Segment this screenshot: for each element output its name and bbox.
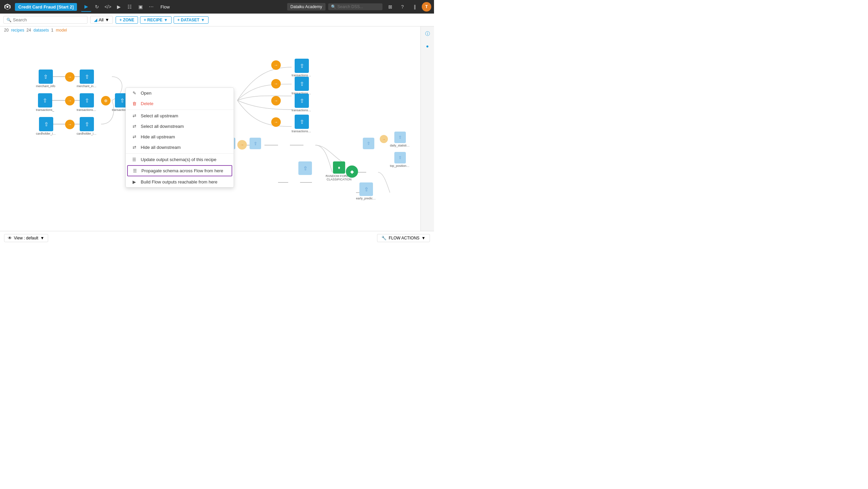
menu-item-select-upstream[interactable]: ⇄ Select all upstream (126, 111, 234, 121)
menu-item-hide-upstream[interactable]: ⇄ Hide all upstream (126, 132, 234, 142)
join-icon: ⊕ (104, 98, 107, 103)
menu-hide-upstream-label: Hide all upstream (141, 134, 175, 139)
arrow-icon: → (274, 63, 278, 67)
join-recipe-node[interactable]: ⊕ (101, 96, 111, 105)
svg-point-2 (6, 6, 8, 8)
add-dataset-button[interactable]: + DATASET ▼ (174, 16, 209, 24)
recipe-arrow-1[interactable]: → (65, 72, 75, 82)
add-zone-button[interactable]: + ZONE (116, 16, 138, 24)
menu-divider-2 (126, 153, 234, 154)
right-faded-3[interactable]: ⇧ daily_statistics_tmp (390, 132, 410, 147)
recipes-link[interactable]: recipes (11, 28, 24, 33)
flow-search-input[interactable] (13, 17, 84, 22)
code-nav-icon[interactable]: </> (103, 2, 113, 12)
right-faded-4[interactable]: ⇧ top_positions_and_rank (390, 152, 410, 168)
cardholder-info-copy-node[interactable]: ⇧ cardholder_info_copy (77, 117, 97, 135)
flow-nav-icon[interactable]: ▶ (81, 2, 91, 12)
right-faded-1[interactable]: ⇧ (363, 138, 374, 149)
info-icon[interactable]: ⓘ (423, 29, 432, 39)
add-recipe-button[interactable]: + RECIPE ▼ (140, 16, 172, 24)
models-link[interactable]: model (56, 28, 67, 33)
list-icon: ☰ (131, 157, 137, 162)
menu-item-build-flow[interactable]: ▶ Build Flow outputs reachable from here (126, 177, 234, 187)
right-faded-2[interactable]: → (380, 135, 388, 143)
navbar: Credit Card Fraud [Start 2] ▶ ↻ </> ▶ ☷ … (0, 0, 434, 14)
node-label: early_predictions (356, 197, 376, 200)
transactions-copy-node[interactable]: ⇧ transactions_copy (77, 93, 97, 112)
grid-icon[interactable]: ⊠ (385, 2, 395, 12)
app-logo[interactable] (3, 2, 12, 12)
help-icon[interactable]: ? (397, 2, 408, 12)
arrow-icon: → (240, 142, 244, 147)
analytics-icon[interactable]: ∥ (410, 2, 420, 12)
project-name[interactable]: Credit Card Fraud [Start 2] (15, 3, 77, 11)
transactions-cumulative-sums-node[interactable]: ⇧ transactions_cumulative_sums (292, 59, 312, 77)
hide-down-icon: ⇄ (131, 145, 137, 150)
recipe-arrow-2[interactable]: → (65, 96, 75, 105)
menu-propagate-label: Propagate schema across Flow from here (141, 168, 223, 173)
node-label: merchant_info_copy (77, 84, 97, 88)
model-icon: ♦ (338, 165, 340, 170)
refresh-nav-icon[interactable]: ↻ (92, 2, 102, 12)
transactions-prepared-node[interactable]: ⇧ (298, 161, 312, 175)
dataset-icon: ⇧ (85, 97, 89, 104)
avatar[interactable]: T (422, 2, 431, 12)
datasets-count: 24 (26, 28, 31, 33)
play-icon: ▶ (131, 179, 137, 184)
menu-item-hide-downstream[interactable]: ⇄ Hide all downstream (126, 142, 234, 153)
flow-actions-button[interactable]: 🔧 FLOW ACTIONS ▼ (377, 234, 430, 242)
arrow-icon: → (274, 81, 278, 86)
actions-chevron-icon: ▼ (421, 236, 426, 240)
menu-item-update-schema[interactable]: ☰ Update output schema(s) of this recipe (126, 154, 234, 165)
menu-hide-downstream-label: Hide all downstream (141, 145, 181, 150)
menu-select-downstream-label: Select all downstream (141, 124, 184, 129)
global-search-input[interactable] (337, 4, 380, 9)
node-label: cardholder_info_copy (77, 132, 97, 135)
menu-item-select-downstream[interactable]: ⇄ Select all downstream (126, 121, 234, 132)
arrows-right-icon: ⇄ (131, 124, 137, 129)
recipe-orange-2[interactable]: → (271, 79, 281, 89)
arrow-icon: → (274, 98, 278, 103)
menu-select-upstream-label: Select all upstream (141, 113, 178, 118)
transactions-dimensions-filtered-node[interactable]: ⇧ transactions_dimensions_filtered (292, 94, 312, 112)
rf-model-node[interactable]: ◆ (346, 165, 358, 178)
dataset-icon: ⇧ (120, 97, 124, 104)
node-label: transactions_dimensions_filtered (292, 109, 312, 112)
recipe-orange-4[interactable]: → (271, 117, 281, 127)
flow-search[interactable]: 🔍 (3, 16, 87, 24)
arrow-icon: → (274, 120, 278, 124)
transactions-moving-average-node[interactable]: ⇧ transactions_moving_average (292, 77, 312, 95)
dataset-icon: ⇧ (300, 98, 304, 104)
filter-dropdown[interactable]: ◢ All ▼ (90, 16, 113, 24)
academy-label[interactable]: Dataiku Academy (287, 3, 326, 11)
menu-update-schema-label: Update output schema(s) of this recipe (141, 157, 216, 162)
flow-actions-label: FLOW ACTIONS (389, 236, 419, 240)
menu-item-open[interactable]: ✎ Open (126, 88, 234, 98)
merchant-info-copy-node[interactable]: ⇧ merchant_info_copy (77, 70, 97, 88)
recipe-orange-1[interactable]: → (271, 60, 281, 70)
global-search[interactable]: 🔍 (328, 3, 382, 10)
deploy-nav-icon[interactable]: ▣ (135, 2, 145, 12)
transactions-node[interactable]: ⇧ transactions_ (36, 93, 54, 112)
schedule-nav-icon[interactable]: ☷ (124, 2, 135, 12)
run-nav-icon[interactable]: ▶ (114, 2, 124, 12)
more-nav-icon[interactable]: ⋯ (146, 2, 156, 12)
search-icon: 🔍 (6, 18, 12, 22)
menu-item-delete[interactable]: 🗑 Delete (126, 98, 234, 109)
menu-item-propagate-schema[interactable]: ☰ Propagate schema across Flow from here (127, 165, 232, 176)
dataset-icon: ⇧ (254, 141, 257, 146)
cardholder-info-node[interactable]: ⇧ cardholder_info (36, 117, 56, 135)
view-select[interactable]: 👁 View : default ▼ (4, 234, 48, 242)
early-predictions-node[interactable]: ⇧ early_predictions (356, 182, 376, 200)
recipes-count: 20 (4, 28, 8, 33)
datasets-link[interactable]: datasets (34, 28, 49, 33)
dataset-icon: ⇧ (43, 97, 47, 104)
recipe-faded-2[interactable]: → (237, 140, 247, 150)
recipe-arrow-3[interactable]: → (65, 120, 75, 129)
settings-icon[interactable]: ● (423, 41, 432, 51)
merchant-info-node[interactable]: ⇧ merchant_info (36, 70, 55, 88)
transactions-log-node[interactable]: ⇧ transactions_log (292, 115, 312, 133)
node-faded-3[interactable]: ⇧ (250, 138, 261, 149)
view-label: View : default (14, 236, 38, 240)
recipe-orange-3[interactable]: → (271, 96, 281, 105)
